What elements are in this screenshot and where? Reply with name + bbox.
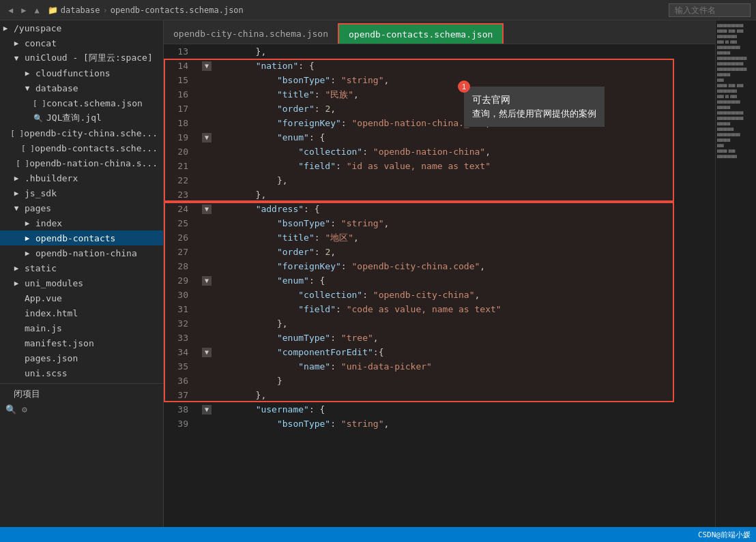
file-icon: [ ] xyxy=(21,144,32,153)
tooltip-line1: 可去官网 xyxy=(472,92,596,107)
code-line-13: }, xyxy=(202,44,715,59)
folder-icon: ▶ xyxy=(22,249,33,258)
sidebar-item-concat[interactable]: ▶ concat xyxy=(0,35,163,50)
sidebar-item-opendb-contacts[interactable]: [ ] opendb-contacts.sche... xyxy=(0,140,163,155)
sidebar-item-database[interactable]: ▼ database xyxy=(0,80,163,95)
code-line-14: ▼ "nation": { xyxy=(202,59,715,73)
folder-icon: ▶ xyxy=(11,279,22,288)
code-line-38: ▼ "username": { xyxy=(202,402,715,417)
folder-icon: ▶ xyxy=(11,39,22,48)
up-arrow-icon[interactable]: ▲ xyxy=(31,4,42,16)
sidebar: ▶ /yunspace ▶ concat ▼ uniCloud - [阿里云:s… xyxy=(0,20,164,527)
folder-open-icon: ▼ xyxy=(11,204,22,213)
sidebar-item-unicloud[interactable]: ▼ uniCloud - [阿里云:space] xyxy=(0,50,163,65)
minimap: ████████████████ ██████ ████ ████ ██████… xyxy=(715,20,756,527)
code-line-25: "bsonType": "string", xyxy=(202,216,715,230)
tooltip-badge: 1 xyxy=(458,80,470,93)
folder-icon: ▶ xyxy=(22,234,33,243)
top-bar: ◀ ▶ ▲ 📁 database › opendb-contacts.schem… xyxy=(0,0,756,20)
settings-sidebar-icon[interactable]: ⚙ xyxy=(22,404,27,415)
sidebar-item-yunspace[interactable]: ▶ /yunspace xyxy=(0,20,163,35)
sidebar-item-pages[interactable]: ▼ pages xyxy=(0,200,163,215)
sidebar-item-close-project[interactable]: 闭项目 xyxy=(0,387,163,402)
code-line-19: ▼ "enum": { xyxy=(202,130,715,145)
folder-icon: 📁 xyxy=(48,5,58,15)
code-line-39: "bsonType": "string", xyxy=(202,417,715,431)
sidebar-item-index[interactable]: ▶ index xyxy=(0,215,163,230)
line-numbers: 13 14 15 16 17 18 19 20 21 22 23 24 25 2… xyxy=(164,44,197,431)
sidebar-item-jql[interactable]: 🔍 JQL查询.jql xyxy=(0,110,163,125)
sidebar-item-index-html[interactable]: index.html xyxy=(0,305,163,320)
search-icon: 🔍 xyxy=(33,114,44,123)
tooltip-line2: 查询，然后使用官网提供的案例 xyxy=(472,107,596,121)
code-lines: }, ▼ "nation": { "bsonType": "string", xyxy=(197,44,715,431)
fold-icon-29[interactable]: ▼ xyxy=(202,276,212,286)
folder-icon: ▶ xyxy=(22,219,33,228)
sidebar-item-concat-schema[interactable]: [ ] concat.schema.json xyxy=(0,95,163,110)
code-line-28: "foreignKey": "opendb-city-china.code", xyxy=(202,259,715,273)
breadcrumb-database[interactable]: database xyxy=(61,5,100,15)
code-line-22: }, xyxy=(202,173,715,187)
code-line-18: "foreignKey": "opendb-nation-china._id", xyxy=(202,116,715,130)
code-line-36: } xyxy=(202,374,715,388)
folder-icon: ▶ xyxy=(11,174,22,183)
status-bar: CSDN@前端小媛 xyxy=(0,527,756,542)
sidebar-item-opendb-city[interactable]: [ ] opendb-city-china.sche... xyxy=(0,125,163,140)
sidebar-item-opendb-nation-folder[interactable]: ▶ opendb-nation-china xyxy=(0,245,163,260)
status-right: CSDN@前端小媛 xyxy=(698,530,751,540)
fold-icon-14[interactable]: ▼ xyxy=(202,61,212,71)
folder-open-icon: ▼ xyxy=(11,54,22,63)
fold-icon-38[interactable]: ▼ xyxy=(202,405,212,415)
breadcrumb: 📁 database › opendb-contacts.schema.json xyxy=(48,5,244,15)
nav-arrows[interactable]: ◀ ▶ ▲ xyxy=(5,4,42,16)
folder-icon: ▶ xyxy=(11,264,22,273)
folder-icon: ▶ xyxy=(11,189,22,198)
code-line-17: "order": 2, xyxy=(202,102,715,116)
code-line-20: "collection": "opendb-nation-china", xyxy=(202,145,715,159)
file-icon: [ ] xyxy=(33,99,44,108)
sidebar-item-pages-json[interactable]: pages.json xyxy=(0,350,163,365)
folder-icon: ▶ xyxy=(0,24,11,33)
forward-arrow-icon[interactable]: ▶ xyxy=(18,4,29,16)
sidebar-item-opendb-nation[interactable]: [ ] opendb-nation-china.s... xyxy=(0,155,163,170)
sidebar-item-static[interactable]: ▶ static xyxy=(0,260,163,275)
fold-icon-24[interactable]: ▼ xyxy=(202,205,212,214)
back-arrow-icon[interactable]: ◀ xyxy=(5,4,16,16)
sidebar-item-js-sdk[interactable]: ▶ js_sdk xyxy=(0,185,163,200)
tooltip: 1 可去官网 查询，然后使用官网提供的案例 xyxy=(464,87,605,127)
code-line-29: ▼ "enum": { xyxy=(202,273,715,288)
file-icon: [ ] xyxy=(10,129,21,138)
code-line-35: "name": "uni-data-picker" xyxy=(202,359,715,374)
editor-area[interactable]: 1 可去官网 查询，然后使用官网提供的案例 13 14 15 16 17 18 … xyxy=(164,44,715,527)
code-line-27: "order": 2, xyxy=(202,245,715,259)
code-line-24: ▼ "address": { xyxy=(202,202,715,216)
sidebar-item-uni-scss[interactable]: uni.scss xyxy=(0,365,163,380)
sidebar-item-opendb-contacts-folder[interactable]: ▶ opendb-contacts xyxy=(0,230,163,245)
tab-opendb-contacts[interactable]: opendb-contacts.schema.json xyxy=(338,23,504,44)
folder-open-icon: ▼ xyxy=(22,84,33,93)
code-line-34: ▼ "componentForEdit":{ xyxy=(202,345,715,359)
sidebar-item-hbuilderx[interactable]: ▶ .hbuilderx xyxy=(0,170,163,185)
breadcrumb-file[interactable]: opendb-contacts.schema.json xyxy=(111,5,244,15)
search-sidebar-icon[interactable]: 🔍 xyxy=(5,404,16,415)
folder-icon: ▶ xyxy=(22,69,33,78)
sidebar-item-manifest-json[interactable]: manifest.json xyxy=(0,335,163,350)
code-line-30: "collection": "opendb-city-china", xyxy=(202,288,715,302)
code-line-37: }, xyxy=(202,388,715,402)
search-input[interactable] xyxy=(669,3,751,17)
code-line-31: "field": "code as value, name as text" xyxy=(202,302,715,316)
sidebar-item-uni-modules[interactable]: ▶ uni_modules xyxy=(0,275,163,290)
code-line-32: }, xyxy=(202,316,715,331)
code-line-23: }, xyxy=(202,187,715,202)
tab-opendb-city[interactable]: opendb-city-china.schema.json xyxy=(164,23,338,44)
fold-icon-19[interactable]: ▼ xyxy=(202,133,212,142)
file-icon: [ ] xyxy=(16,159,27,168)
tabs-bar: opendb-city-china.schema.json opendb-con… xyxy=(164,20,715,44)
sidebar-item-cloudfunctions[interactable]: ▶ cloudfunctions xyxy=(0,65,163,80)
sidebar-item-app-vue[interactable]: App.vue xyxy=(0,290,163,305)
sidebar-item-main-js[interactable]: main.js xyxy=(0,320,163,335)
fold-icon-34[interactable]: ▼ xyxy=(202,348,212,357)
code-line-21: "field": "id as value, name as text" xyxy=(202,159,715,173)
code-line-33: "enumType": "tree", xyxy=(202,331,715,345)
code-line-26: "title": "地区", xyxy=(202,230,715,245)
